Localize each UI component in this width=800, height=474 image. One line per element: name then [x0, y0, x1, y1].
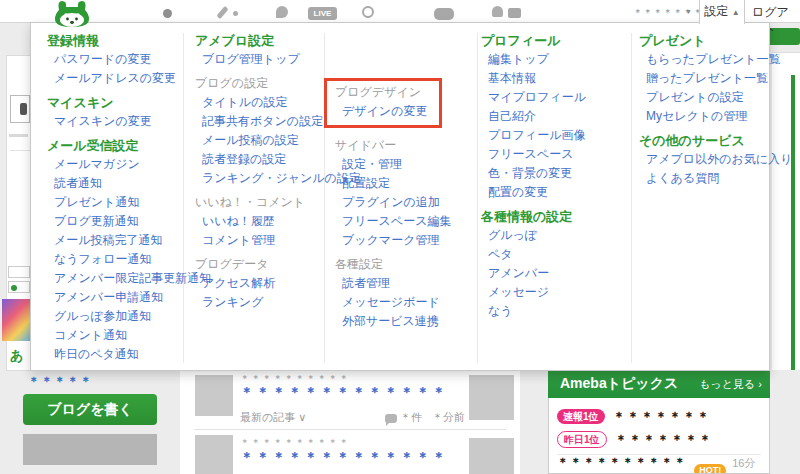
menu-item[interactable]: 配置設定: [335, 174, 473, 193]
menu-item[interactable]: いいね！履歴: [195, 212, 321, 231]
menu-item[interactable]: アメンバー限定記事更新通知: [47, 269, 179, 288]
menu-item[interactable]: Myセレクトの管理: [639, 107, 767, 126]
menu-item[interactable]: グルっぽ参加通知: [47, 307, 179, 326]
menu-group-heading: 登録情報: [47, 31, 179, 50]
dropdown-caret-icon[interactable]: ▼: [685, 8, 692, 15]
menu-item[interactable]: プロフィール画像: [481, 126, 623, 145]
pin-icon[interactable]: [276, 6, 288, 18]
menu-item[interactable]: 読者登録の設定: [195, 150, 321, 169]
input-text-fragment: [20, 103, 27, 115]
blogger-name-masked[interactable]: ＊＊＊＊＊: [28, 373, 93, 390]
menu-item[interactable]: メールマガジン: [47, 155, 179, 174]
article-title-masked[interactable]: ＊＊＊＊＊＊＊＊＊＊＊＊＊: [240, 449, 448, 467]
menu-item[interactable]: 外部サービス連携: [335, 312, 473, 331]
pencil-icon[interactable]: [216, 6, 228, 19]
menu-group-heading: プレゼント: [639, 31, 767, 50]
menu-item[interactable]: プラグインの追加: [335, 193, 473, 212]
menu-item[interactable]: アメンバー申請通知: [47, 288, 179, 307]
menu-item[interactable]: コメント通知: [47, 326, 179, 345]
menu-item[interactable]: ペタ: [481, 245, 623, 264]
menu-item[interactable]: 基本情報: [481, 69, 623, 88]
search-input[interactable]: [10, 95, 30, 123]
menu-group: 各種設定読者管理メッセージボード外部サービス連携: [335, 255, 473, 331]
menu-item[interactable]: 配置の変更: [481, 183, 623, 202]
menu-item[interactable]: 読者管理: [335, 274, 473, 293]
menu-item[interactable]: もらったプレゼント一覧: [639, 50, 767, 69]
game-controller-icon[interactable]: [434, 8, 454, 20]
menu-item[interactable]: フリースペース: [481, 145, 623, 164]
comment-count: ＊件: [400, 411, 422, 423]
menu-item[interactable]: タイトルの設定: [195, 93, 321, 112]
now-icon[interactable]: [362, 6, 374, 18]
menu-item[interactable]: パスワードの変更: [47, 50, 179, 69]
menu-item[interactable]: 読者通知: [47, 174, 179, 193]
service-dot-icon: [233, 11, 238, 16]
article-thumbnail[interactable]: [469, 375, 514, 420]
topics-more-link[interactable]: もっと見る ›: [699, 377, 762, 392]
menu-item[interactable]: アメブロ以外のお気に入り: [639, 150, 767, 169]
topics-row[interactable]: 速報1位＊＊＊＊＊＊＊: [557, 405, 761, 428]
caret-up-icon: ▲: [732, 8, 740, 17]
article-meta: ＊件＊分前: [385, 410, 465, 425]
menu-item[interactable]: メッセージボード: [335, 293, 473, 312]
feed-item: ＊＊＊＊＊＊＊＊＊＊＊＊＊＊＊＊＊＊＊＊＊＊＊最新の記事 ∨＊件＊分前: [180, 370, 520, 429]
menu-item[interactable]: 編集トップ: [481, 50, 623, 69]
menu-group-heading: ブログデータ: [195, 255, 321, 274]
green-border-fragment: [791, 75, 795, 370]
ameba-mascot-logo[interactable]: [53, 0, 91, 27]
menu-item[interactable]: メールアドレスの変更: [47, 69, 179, 88]
menu-item[interactable]: アメンバー: [481, 264, 623, 283]
menu-item[interactable]: 自己紹介: [481, 107, 623, 126]
settings-tab[interactable]: 設定 ▲: [699, 0, 745, 24]
author-avatar[interactable]: [195, 375, 233, 416]
service-icon[interactable]: [163, 9, 172, 18]
menu-item[interactable]: 色・背景の変更: [481, 164, 623, 183]
topics-row[interactable]: 昨日1位＊＊＊＊＊＊＊: [557, 428, 761, 451]
profile-avatar[interactable]: [2, 299, 30, 341]
menu-item[interactable]: デザインの変更: [335, 102, 427, 121]
write-blog-button[interactable]: ブログを書く: [23, 394, 157, 425]
green-dot-icon: [11, 285, 17, 291]
menu-item[interactable]: ランキング・ジャンルの設定: [195, 169, 321, 188]
live-badge-icon[interactable]: LIVE: [308, 7, 337, 20]
menu-item[interactable]: フリースペース編集: [335, 212, 473, 231]
rank-badge: 昨日1位: [557, 431, 607, 448]
sidebar-button-fragment[interactable]: [8, 266, 30, 278]
menu-item[interactable]: ブログ更新通知: [47, 212, 179, 231]
menu-item[interactable]: 贈ったプレゼント一覧: [639, 69, 767, 88]
menu-item[interactable]: メール投稿の設定: [195, 131, 321, 150]
latest-articles-toggle[interactable]: 最新の記事 ∨: [240, 410, 306, 425]
menu-item[interactable]: プレゼント通知: [47, 193, 179, 212]
menu-item[interactable]: 設定・管理: [335, 155, 473, 174]
username-masked[interactable]: ＊＊＊＊＊＊＊: [633, 6, 703, 20]
topic-title-masked: ＊＊＊＊＊＊＊: [615, 431, 713, 449]
menu-item[interactable]: プレゼントの設定: [639, 88, 767, 107]
menu-item[interactable]: ランキング: [195, 293, 321, 312]
menu-item[interactable]: コメント管理: [195, 231, 321, 250]
menu-item[interactable]: 昨日のペタ通知: [47, 345, 179, 364]
camera-icon[interactable]: [508, 8, 521, 18]
menu-item[interactable]: なうフォロー通知: [47, 250, 179, 269]
profile-icon[interactable]: [492, 6, 503, 17]
menu-item[interactable]: メッセージ: [481, 283, 623, 302]
menu-item[interactable]: マイスキンの変更: [47, 112, 179, 131]
rank-badge: 速報1位: [557, 409, 605, 424]
menu-item[interactable]: ブックマーク管理: [335, 231, 473, 250]
author-avatar[interactable]: [195, 435, 233, 474]
menu-column-1: 登録情報パスワードの変更メールアドレスの変更マイスキンマイスキンの変更メール受信…: [47, 31, 179, 364]
article-thumbnail[interactable]: [469, 438, 514, 474]
sidebar-button-fragment[interactable]: [8, 281, 30, 293]
menu-item[interactable]: よくある質問: [639, 169, 767, 188]
topics-row[interactable]: ＊＊＊＊＊＊＊＊＊＊＊＊HOT!16分前: [557, 459, 761, 474]
post-time: ＊分前: [432, 411, 465, 423]
menu-item[interactable]: なう: [481, 302, 623, 321]
menu-item[interactable]: マイプロフィール: [481, 88, 623, 107]
divider: [10, 150, 30, 151]
menu-item[interactable]: グルっぽ: [481, 226, 623, 245]
menu-item[interactable]: アクセス解析: [195, 274, 321, 293]
menu-item[interactable]: 記事共有ボタンの設定: [195, 112, 321, 131]
menu-item[interactable]: メール投稿完了通知: [47, 231, 179, 250]
article-title-masked[interactable]: ＊＊＊＊＊＊＊＊＊＊＊＊＊: [240, 384, 448, 402]
menu-item[interactable]: ブログ管理トップ: [195, 50, 321, 69]
menu-group: プレゼントもらったプレゼント一覧贈ったプレゼント一覧プレゼントの設定Myセレクト…: [639, 31, 767, 126]
